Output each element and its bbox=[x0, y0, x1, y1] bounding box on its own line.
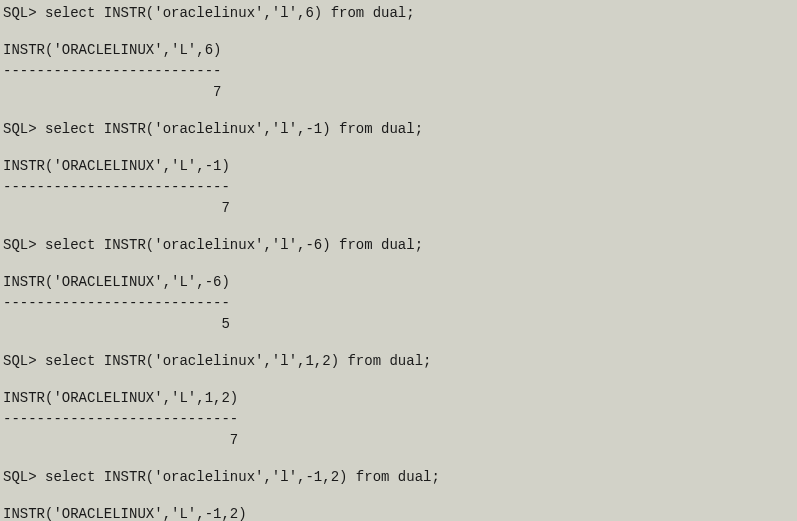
result-value: 7 bbox=[3, 82, 794, 103]
result-header: INSTR('ORACLELINUX','L',-1,2) bbox=[3, 504, 794, 521]
query-block: SQL> select INSTR('oraclelinux','l',-1,2… bbox=[3, 467, 794, 521]
result-divider: --------------------------- bbox=[3, 177, 794, 198]
result-divider: ---------------------------- bbox=[3, 409, 794, 430]
result-divider: --------------------------- bbox=[3, 293, 794, 314]
result-header: INSTR('ORACLELINUX','L',1,2) bbox=[3, 388, 794, 409]
query-block: SQL> select INSTR('oraclelinux','l',-6) … bbox=[3, 235, 794, 335]
result-value: 5 bbox=[3, 314, 794, 335]
result-divider: -------------------------- bbox=[3, 61, 794, 82]
result-header: INSTR('ORACLELINUX','L',-6) bbox=[3, 272, 794, 293]
sql-prompt-line[interactable]: SQL> select INSTR('oraclelinux','l',1,2)… bbox=[3, 351, 794, 372]
query-block: SQL> select INSTR('oraclelinux','l',6) f… bbox=[3, 3, 794, 103]
result-value: 7 bbox=[3, 198, 794, 219]
result-header: INSTR('ORACLELINUX','L',6) bbox=[3, 40, 794, 61]
sql-prompt-line[interactable]: SQL> select INSTR('oraclelinux','l',-6) … bbox=[3, 235, 794, 256]
sql-prompt-line[interactable]: SQL> select INSTR('oraclelinux','l',6) f… bbox=[3, 3, 794, 24]
result-value: 7 bbox=[3, 430, 794, 451]
query-block: SQL> select INSTR('oraclelinux','l',1,2)… bbox=[3, 351, 794, 451]
sql-prompt-line[interactable]: SQL> select INSTR('oraclelinux','l',-1) … bbox=[3, 119, 794, 140]
query-block: SQL> select INSTR('oraclelinux','l',-1) … bbox=[3, 119, 794, 219]
result-header: INSTR('ORACLELINUX','L',-1) bbox=[3, 156, 794, 177]
sql-prompt-line[interactable]: SQL> select INSTR('oraclelinux','l',-1,2… bbox=[3, 467, 794, 488]
